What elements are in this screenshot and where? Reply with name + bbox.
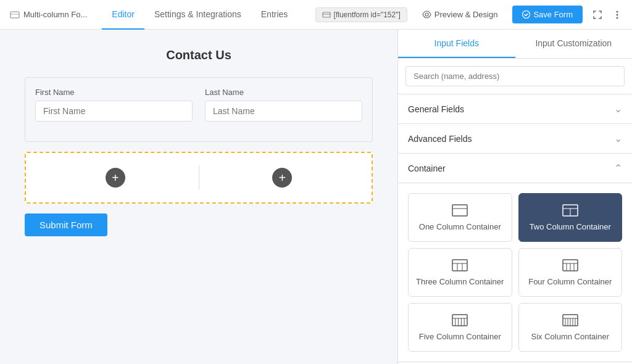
col-drop-left[interactable]: +	[32, 168, 199, 188]
two-col-name-container: First Name Last Name	[25, 77, 373, 142]
general-fields-chevron: ⌄	[614, 103, 622, 115]
six-col-icon	[562, 313, 579, 327]
name-fields-row: First Name Last Name	[35, 88, 362, 122]
tab-input-customization[interactable]: Input Customization	[515, 30, 633, 58]
shortcode-icon	[322, 10, 331, 19]
first-name-field: First Name	[35, 88, 193, 122]
main-layout: Contact Us First Name Last Name + +	[0, 30, 632, 364]
preview-label: Preview & Design	[434, 10, 498, 19]
save-label: Save Form	[533, 10, 573, 19]
four-col-label: Four Column Container	[528, 277, 612, 286]
app-header: Multi-column Fo... Editor Settings & Int…	[0, 0, 632, 30]
add-field-left-button[interactable]: +	[106, 168, 125, 188]
two-col-container-card[interactable]: Two Column Container	[518, 193, 623, 242]
svg-point-8	[617, 17, 618, 19]
five-col-icon	[451, 313, 468, 327]
four-col-icon	[562, 259, 579, 272]
four-col-container-card[interactable]: Four Column Container	[518, 248, 623, 297]
three-col-label: Three Column Container	[416, 277, 504, 286]
save-icon	[522, 10, 530, 19]
dots-icon	[616, 10, 618, 20]
advanced-fields-section[interactable]: Advanced Fields ⌄	[398, 124, 632, 154]
col-drop-right[interactable]: +	[199, 168, 366, 188]
tab-settings[interactable]: Settings & Integrations	[144, 0, 251, 30]
five-col-label: Five Column Container	[419, 332, 501, 341]
tab-input-fields[interactable]: Input Fields	[398, 30, 515, 58]
fullscreen-icon	[592, 10, 602, 20]
container-cards-section: One Column Container Two Column Containe…	[398, 183, 632, 362]
right-panel: Input Fields Input Customization General…	[397, 30, 632, 364]
tab-entries[interactable]: Entries	[251, 0, 298, 30]
two-col-icon	[562, 204, 579, 217]
advanced-fields-chevron: ⌄	[614, 133, 622, 144]
more-options-button[interactable]	[612, 6, 622, 23]
svg-point-6	[617, 10, 618, 12]
panel-content: General Fields ⌄ Advanced Fields ⌄ Conta…	[398, 94, 632, 364]
panel-tabs: Input Fields Input Customization	[398, 30, 632, 59]
general-fields-section[interactable]: General Fields ⌄	[398, 94, 632, 124]
brand-label: Multi-column Fo...	[23, 10, 87, 19]
form-title: Contact Us	[25, 48, 373, 62]
general-fields-label: General Fields	[408, 104, 464, 114]
three-col-container-card[interactable]: Three Column Container	[408, 248, 512, 297]
svg-point-7	[617, 14, 618, 15]
eye-icon	[422, 10, 431, 19]
brand-icon	[10, 10, 20, 20]
nav-tabs: Editor Settings & Integrations Entries	[102, 0, 297, 30]
six-col-label: Six Column Container	[531, 332, 609, 341]
last-name-field: Last Name	[205, 88, 362, 122]
five-col-container-card[interactable]: Five Column Container	[408, 303, 512, 352]
one-col-label: One Column Container	[419, 222, 501, 231]
first-name-input[interactable]	[35, 101, 193, 122]
svg-rect-2	[323, 12, 330, 17]
tab-editor[interactable]: Editor	[102, 0, 144, 30]
submit-label: Submit Form	[40, 220, 93, 230]
editor-area: Contact Us First Name Last Name + +	[0, 30, 397, 364]
last-name-label: Last Name	[205, 88, 362, 97]
svg-rect-9	[452, 205, 467, 216]
svg-rect-23	[452, 315, 467, 326]
header-actions: [fluentform id="152"] Preview & Design S…	[315, 6, 622, 23]
save-button[interactable]: Save Form	[512, 6, 583, 23]
container-label: Container	[408, 163, 446, 173]
three-col-icon	[451, 259, 468, 272]
shortcode-badge[interactable]: [fluentform id="152"]	[315, 7, 407, 22]
six-col-container-card[interactable]: Six Column Container	[518, 303, 623, 352]
add-field-right-button[interactable]: +	[272, 168, 292, 188]
svg-rect-14	[452, 260, 467, 271]
svg-point-5	[523, 11, 530, 19]
last-name-input[interactable]	[205, 101, 362, 122]
one-col-icon	[451, 204, 468, 217]
shortcode-text: [fluentform id="152"]	[334, 10, 401, 19]
brand-logo: Multi-column Fo...	[10, 10, 87, 20]
payment-fields-section[interactable]: Payment Fields ⌄	[398, 362, 632, 364]
preview-button[interactable]: Preview & Design	[414, 6, 507, 23]
svg-point-4	[425, 13, 428, 16]
first-name-label: First Name	[35, 88, 193, 97]
container-section-header[interactable]: Container ⌃	[398, 154, 632, 183]
two-col-label: Two Column Container	[530, 222, 611, 231]
submit-form-button[interactable]: Submit Form	[25, 213, 107, 236]
one-col-container-card[interactable]: One Column Container	[408, 193, 512, 242]
svg-rect-0	[10, 12, 19, 18]
fullscreen-button[interactable]	[589, 6, 606, 23]
container-grid: One Column Container Two Column Containe…	[408, 193, 622, 352]
search-input[interactable]	[405, 66, 625, 86]
two-col-drop-zone[interactable]: + +	[25, 152, 373, 204]
container-chevron: ⌃	[614, 162, 622, 174]
advanced-fields-label: Advanced Fields	[408, 134, 472, 144]
panel-search	[398, 59, 632, 94]
